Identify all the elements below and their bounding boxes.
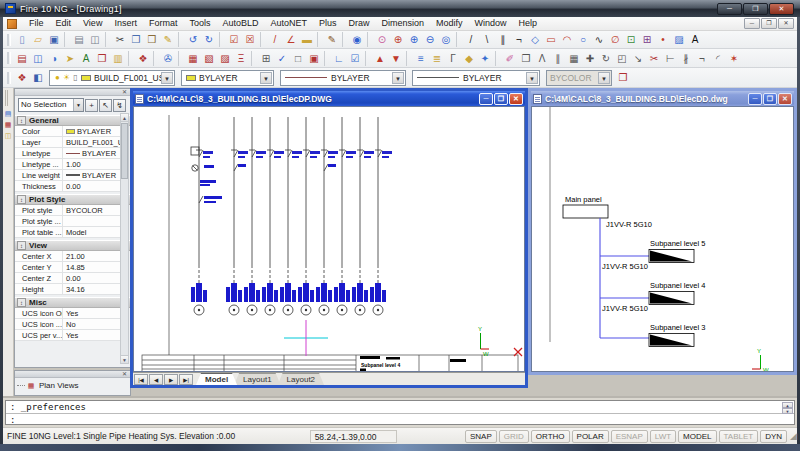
polyline-icon[interactable]: ¬ [511,32,527,47]
tab-nav-button[interactable]: |◀ [134,374,148,385]
move-icon[interactable]: ✚ [582,51,598,66]
net-panel-icon[interactable]: ▧ [201,51,217,66]
views-palette-icon[interactable]: ◫ [3,130,13,141]
property-row[interactable]: UCS icon On Yes [15,308,120,319]
redo-icon[interactable]: ↻ [201,32,217,47]
undo-icon[interactable]: ↺ [185,32,201,47]
sheet-check-icon[interactable]: ☑ [347,51,363,66]
dyn-toggle[interactable]: DYN [760,430,787,443]
paste-icon[interactable]: ❒ [144,32,160,47]
pencil-icon[interactable]: ✎ [324,32,340,47]
make-block-icon[interactable]: ⊞ [639,32,655,47]
section-misc[interactable]: ↕ Misc [15,297,130,308]
quick-select-button[interactable]: ↯ [113,99,126,112]
break-icon[interactable]: ∦ [678,51,694,66]
polygon-icon[interactable]: ◇ [527,32,543,47]
Edit[interactable]: Edit [50,17,78,30]
extend-icon[interactable]: ⊢ [662,51,678,66]
child-close-button[interactable]: ✕ [509,93,523,105]
circle-icon[interactable]: ○ [575,32,591,47]
child-title-bar[interactable]: C:\4M\CALC\8_3_BUILDING.BLD\ElecDD.dwg ─… [531,91,794,106]
Tools[interactable]: Tools [183,17,216,30]
tab-nav-button[interactable]: ◀ [149,374,163,385]
layer-states-icon[interactable]: ◧ [30,70,46,85]
tab-nav-button[interactable]: ▶ [164,374,178,385]
trim-icon[interactable]: ✂ [646,51,662,66]
resize-grip[interactable]: ◢ [790,431,797,441]
selection-combo[interactable]: No Selection ▼ [18,98,84,112]
print-icon[interactable]: ▤ [71,32,87,47]
collapse-icon[interactable]: ↕ [17,116,26,125]
scroll-down-icon[interactable]: ▼ [121,355,128,363]
property-row[interactable]: Thickness 0.00 [15,181,120,192]
toolbar-grip[interactable] [7,72,11,84]
collapse-icon[interactable]: ↕ [17,298,26,307]
hatch-icon[interactable]: ▨ [671,32,687,47]
Modify[interactable]: Modify [430,17,469,30]
model-toggle[interactable]: MODEL [678,430,716,443]
fillet-icon[interactable]: ◜ [710,51,726,66]
Window[interactable]: Window [469,17,513,30]
zoom-window-icon[interactable]: ⊙ [374,32,390,47]
child-title-bar[interactable]: C:\4M\CALC\8_3_BUILDING.BLD\ElecDP.DWG ─… [133,91,525,106]
Layout2[interactable]: Layout2 [278,373,324,385]
Draw[interactable]: Draw [343,17,376,30]
bld-walls-icon[interactable]: ▤ [14,51,30,66]
AutoNET[interactable]: AutoNET [264,17,313,30]
net-circuit-icon[interactable]: ▨ [217,51,233,66]
copy-icon[interactable]: ❐ [128,32,144,47]
bld-view-icon[interactable]: ◑ [46,51,62,66]
maximize-button[interactable]: ❐ [743,3,768,15]
text-icon[interactable]: A [687,32,703,47]
select-objects-button[interactable]: ↖ [99,99,112,112]
drawing-canvas-elecdd[interactable]: Main panel J1VV-R 5G10 J1VV-R 5G10 J1VV-… [531,106,794,372]
Format[interactable]: Format [143,17,184,30]
ruler-icon[interactable]: ▬ [299,32,315,47]
pipe-icon[interactable]: Γ [445,51,461,66]
dock-grip[interactable] [5,90,11,106]
bld-3d-model-icon[interactable]: ❖ [135,51,151,66]
section-general[interactable]: ↕ General [15,115,130,126]
tab-nav-button[interactable]: ▶| [179,374,193,385]
sketch-icon[interactable]: / [267,32,283,47]
color-combo[interactable]: BYLAYER ▼ [181,70,274,86]
layer-palette-icon[interactable]: ▦ [3,119,13,130]
levels-icon[interactable]: ≡ [413,51,429,66]
property-row[interactable]: Plot style ... [15,216,120,227]
zoom-out-icon[interactable]: ⊖ [422,32,438,47]
check-circuit-icon[interactable]: ✓ [274,51,290,66]
palette-scrollbar[interactable]: ▲ ▼ [120,113,129,364]
chevron-down-icon[interactable]: ▼ [161,72,173,84]
new-icon[interactable]: ▯ [14,32,30,47]
property-row[interactable]: Line weight BYLAYER [15,170,120,181]
child-minimize-button[interactable]: ─ [748,93,762,105]
drawing-canvas-elecdp[interactable]: Subpanel level 4 Y W [133,106,525,372]
property-row[interactable]: Color BYLAYER [15,126,120,137]
File[interactable]: File [23,17,50,30]
child-minimize-button[interactable]: ─ [479,93,493,105]
layer-freeze-icon[interactable]: ☀ [62,73,71,82]
document-menu-icon[interactable] [7,19,17,29]
toggle-pickadd-button[interactable]: + [85,99,98,112]
child-maximize-button[interactable]: ❐ [763,93,777,105]
ellipse-icon[interactable]: ∅ [607,32,623,47]
net-schedule-icon[interactable]: Ξ [233,51,249,66]
line-icon[interactable]: / [463,32,479,47]
corner-icon[interactable]: ∟ [331,51,347,66]
ortho-toggle[interactable]: ORTHO [531,430,570,443]
mdi-minimize-button[interactable]: ─ [744,18,760,29]
scroll-thumb[interactable] [121,123,128,179]
rectangle-icon[interactable]: ▭ [543,32,559,47]
level-up-icon[interactable]: ▲ [372,51,388,66]
measure-angle-icon[interactable]: ∠ [283,32,299,47]
property-row[interactable]: Center Y 14.85 [15,262,120,273]
standards-check-icon[interactable]: ☒ [242,32,258,47]
Dimension[interactable]: Dimension [376,17,431,30]
property-row[interactable]: Height 34.16 [15,284,120,295]
cut-icon[interactable]: ✂ [112,32,128,47]
property-row[interactable]: Center Z 0.00 [15,273,120,284]
chamfer-icon[interactable]: ¬ [694,51,710,66]
open-icon[interactable]: ▱ [30,32,46,47]
format-painter-icon[interactable]: ✎ [160,32,176,47]
collapse-icon[interactable]: ↕ [17,241,26,250]
